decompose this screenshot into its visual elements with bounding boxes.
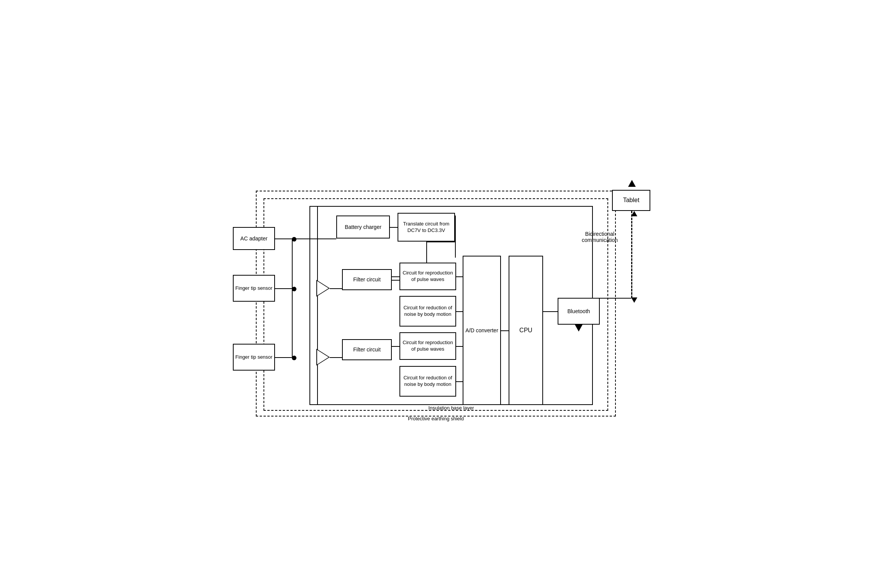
power-v-line1 (455, 216, 456, 258)
amplifier-1-inner (317, 281, 329, 296)
noise2-to-ad-line (456, 381, 463, 382)
bt-dashed-line2 (631, 211, 632, 298)
filter-circuit-2-block: Filter circuit (342, 339, 392, 360)
battery-charger-block: Battery charger (336, 216, 390, 238)
pulse-wave-circuit-1-block: Circuit for reproduction of pulse waves (399, 263, 456, 290)
main-v-bus (317, 206, 318, 405)
pulse2-to-ad-line (456, 346, 463, 347)
amplifier-2-inner (317, 350, 329, 364)
amp2-to-filter2-line (330, 357, 342, 358)
amp1-to-filter1-line (330, 288, 342, 289)
bus-to-sensor2-v (292, 288, 293, 357)
noise-reduction-1-block: Circuit for reduction of noise by body m… (399, 296, 456, 327)
finger-tip-sensor-1-block: Finger tip sensor (233, 275, 275, 302)
filter2-to-pulse2-line (392, 346, 399, 347)
power-h-connector (426, 242, 455, 242)
cpu-block: CPU (509, 256, 543, 405)
diagram: Insulation base layer Protective earthin… (233, 156, 654, 432)
translate-circuit-block: Translate circuit from DC7V to DC3.3V (398, 213, 455, 242)
bidirectional-comm-label: Bidirectional communication (569, 231, 630, 243)
finger-tip-sensor-2-block: Finger tip sensor (233, 344, 275, 371)
bluetooth-block: Bluetooth (558, 298, 600, 325)
noise1-to-ad-line (456, 311, 463, 312)
arrow-up-tablet (631, 211, 637, 216)
power-down-v (426, 242, 427, 263)
filter1-to-pulse1-line (392, 276, 399, 277)
tablet-block: Tablet (612, 190, 650, 211)
bus-to-sensor1-v (292, 238, 293, 288)
ad-converter-block: A/D converter (463, 256, 501, 405)
sensor2-h-line (275, 357, 292, 358)
ad-to-cpu-line (501, 330, 509, 331)
bluetooth-antenna-icon (575, 325, 583, 332)
bt-tablet-h-line (600, 298, 631, 299)
tablet-antenna-icon (628, 180, 636, 187)
cpu-to-bluetooth-line (543, 311, 558, 312)
pulse1-to-ad-line (456, 276, 463, 277)
sensor1-h-line (275, 288, 292, 289)
filter-circuit-1-block: Filter circuit (342, 269, 392, 290)
noise-reduction-2-block: Circuit for reduction of noise by body m… (399, 366, 456, 397)
arrow-down-bluetooth (631, 297, 637, 303)
pulse-wave-circuit-2-block: Circuit for reproduction of pulse waves (399, 332, 456, 360)
ac-to-battery-line (275, 238, 336, 239)
ac-adapter-block: AC adapter (233, 227, 275, 250)
filter1-to-noise1-line (392, 280, 399, 281)
battery-to-translate-line (390, 227, 398, 228)
insulation-label: Insulation base layer (309, 405, 593, 411)
protective-label: Protective earthing shield (256, 416, 616, 421)
